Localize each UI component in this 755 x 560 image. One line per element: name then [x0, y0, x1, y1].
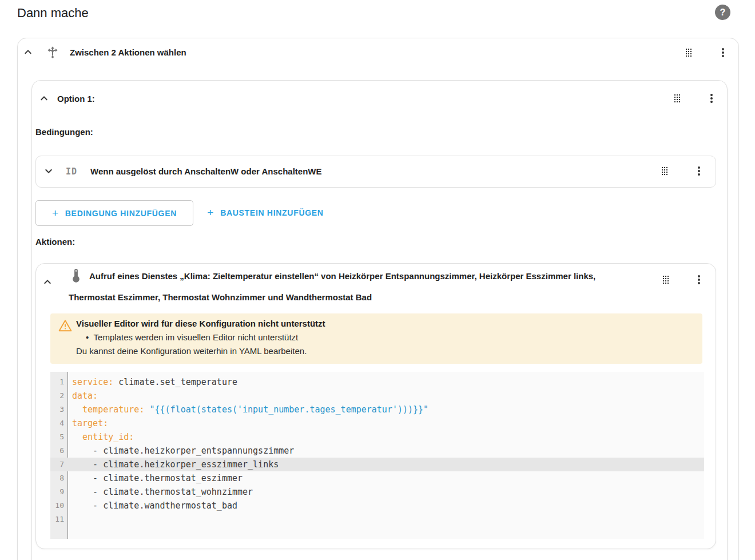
drag-handle-icon[interactable] — [682, 46, 696, 59]
yaml-line-1[interactable]: 1service: climate.set_temperature — [50, 375, 704, 389]
yaml-line-content: entity_id: — [68, 430, 134, 444]
line-number: 7 — [50, 458, 68, 471]
option-overflow-menu-icon[interactable] — [705, 92, 718, 105]
overflow-menu-icon[interactable] — [716, 46, 730, 59]
yaml-line-content: - climate.thermostat_eszimmer — [68, 471, 243, 485]
actions-label: Aktionen: — [35, 237, 75, 247]
warning-bullet-text: Templates werden im visuellen Editor nic… — [94, 332, 299, 342]
condition-title: Wenn ausgelöst durch AnschaltenW oder An… — [90, 166, 322, 177]
add-building-block-label: BAUSTEIN HINZUFÜGEN — [220, 208, 324, 217]
option-drag-handle-icon[interactable] — [670, 92, 684, 105]
yaml-line-content: target: — [68, 416, 108, 430]
warning-footer: Du kannst deine Konfiguration weiterhin … — [76, 346, 307, 356]
add-condition-label: BEDINGUNG HINZUFÜGEN — [65, 209, 177, 218]
conditions-label: Bedingungen: — [35, 127, 93, 137]
warning-triangle-icon — [58, 318, 73, 335]
yaml-line-content: - climate.heizkorper_esszimmer_links — [68, 458, 279, 471]
trigger-id-icon: ID — [66, 166, 77, 177]
yaml-line-7[interactable]: 7 - climate.heizkorper_esszimmer_links — [50, 458, 704, 471]
help-glyph: ? — [720, 7, 726, 18]
page-title: Dann mache — [17, 6, 89, 21]
yaml-line-4[interactable]: 4target: — [50, 416, 704, 430]
yaml-line-10[interactable]: 10 - climate.wandthermostat_bad — [50, 499, 704, 513]
yaml-line-content: - climate.wandthermostat_bad — [68, 499, 237, 513]
action-title: Aufruf eines Dienstes „Klima: Zieltemper… — [69, 267, 622, 305]
action-title-text: Aufruf eines Dienstes „Klima: Zieltemper… — [69, 271, 595, 302]
condition-drag-handle-icon[interactable] — [658, 164, 671, 178]
action-drag-handle-icon[interactable] — [659, 273, 673, 287]
plus-icon: + — [52, 208, 59, 219]
yaml-line-9[interactable]: 9 - climate.thermostat_wohnzimmer — [50, 485, 704, 499]
yaml-line-content — [68, 513, 72, 526]
warning-alert: Visueller Editor wird für diese Konfigur… — [50, 313, 702, 364]
option-chevron-up-icon[interactable] — [37, 92, 51, 105]
condition-overflow-menu-icon[interactable] — [692, 164, 706, 178]
condition-chevron-down-icon[interactable] — [42, 164, 55, 178]
yaml-line-content: - climate.heizkorper_entspannungszimmer — [68, 444, 294, 458]
action-chevron-up-icon[interactable] — [41, 275, 54, 289]
collapse-chevron-up-icon[interactable] — [21, 45, 35, 59]
line-number: 3 — [50, 403, 68, 416]
plus-icon: + — [207, 207, 214, 218]
line-number: 9 — [50, 485, 68, 499]
warning-title: Visueller Editor wird für diese Konfigur… — [76, 319, 325, 328]
line-number: 4 — [50, 416, 68, 430]
option1-title: Option 1: — [57, 94, 95, 104]
yaml-line-2[interactable]: 2data: — [50, 389, 704, 403]
yaml-line-5[interactable]: 5 entity_id: — [50, 430, 704, 444]
choose-action-icon — [45, 45, 60, 59]
warning-bullet-item: • Templates werden im visuellen Editor n… — [86, 332, 298, 342]
choose-card-title: Zwischen 2 Aktionen wählen — [70, 47, 186, 58]
yaml-editor-lines: 1service: climate.set_temperature2data:3… — [50, 372, 704, 526]
yaml-line-content: - climate.thermostat_wohnzimmer — [68, 485, 253, 499]
line-number: 2 — [50, 389, 68, 403]
yaml-line-content: temperature: "{{(float(states('input_num… — [68, 403, 428, 416]
line-number: 11 — [50, 513, 68, 526]
add-condition-button[interactable]: + BEDINGUNG HINZUFÜGEN — [35, 200, 193, 226]
yaml-line-8[interactable]: 8 - climate.thermostat_eszimmer — [50, 471, 704, 485]
line-number: 1 — [50, 375, 68, 389]
line-number: 10 — [50, 499, 68, 513]
line-number: 8 — [50, 471, 68, 485]
yaml-editor[interactable]: 1service: climate.set_temperature2data:3… — [50, 372, 704, 539]
bullet-icon: • — [86, 332, 89, 342]
yaml-line-content: data: — [68, 389, 98, 403]
yaml-line-3[interactable]: 3 temperature: "{{(float(states('input_n… — [50, 403, 704, 416]
yaml-line-content: service: climate.set_temperature — [68, 375, 237, 389]
yaml-line-11[interactable]: 11 — [50, 513, 704, 526]
action-overflow-menu-icon[interactable] — [692, 273, 706, 287]
thermometer-icon — [69, 267, 84, 289]
line-number: 6 — [50, 444, 68, 458]
add-building-block-button[interactable]: + BAUSTEIN HINZUFÜGEN — [199, 200, 332, 225]
yaml-line-6[interactable]: 6 - climate.heizkorper_entspannungszimme… — [50, 444, 704, 458]
help-icon[interactable]: ? — [715, 5, 730, 20]
line-number: 5 — [50, 430, 68, 444]
